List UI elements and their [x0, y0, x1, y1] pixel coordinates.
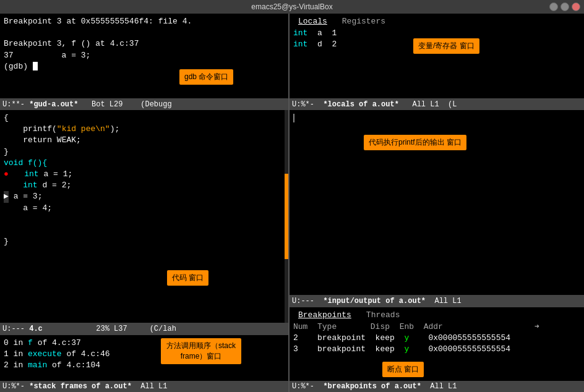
code-line-5: void f(){	[4, 158, 281, 169]
bp-tab-bar: Breakpoints Threads	[293, 310, 580, 320]
gdb-command-pane: Breakpoint 3 at 0x5555555546f4: file 4. …	[0, 14, 288, 99]
titlebar-title: emacs25@ys-VirtualBox	[251, 2, 332, 11]
statusbar-gdb-text: U:**- *gud-a.out* Bot L29 (Debugg	[2, 100, 172, 109]
statusbar-code: U:--- 4.c 23% L37 (C/lah	[0, 323, 288, 334]
maximize-button[interactable]	[560, 2, 569, 11]
code-line-12: }	[4, 236, 281, 247]
code-line-6: ● int a = 1;	[4, 169, 281, 180]
code-line-11	[4, 225, 281, 236]
code-line-1: {	[4, 113, 281, 124]
stack-line-1: 1 in execute of 4.c:46	[4, 349, 285, 360]
gdb-line-3: Breakpoint 3, f () at 4.c:37	[4, 38, 285, 49]
code-line-7: int d = 2;	[4, 180, 281, 191]
statusbar-code-text: U:--- 4.c 23% L37 (C/lah	[2, 325, 181, 333]
code-line-2: printf("kid pee\n");	[4, 124, 281, 135]
gdb-prompt[interactable]: (gdb)	[4, 61, 285, 72]
code-pane: { printf("kid pee\n"); return WEAK; } vo…	[0, 110, 288, 323]
annotation-output: 代码执行printf后的输出 窗口	[364, 135, 466, 150]
tab-registers[interactable]: Registers	[337, 16, 390, 27]
gdb-line-1: Breakpoint 3 at 0x5555555546f4: file 4.	[4, 16, 285, 27]
code-line-3: return WEAK;	[4, 135, 281, 146]
statusbar-bp-text: U:%*- *breakpoints of a.out* All L1	[292, 382, 457, 391]
close-button[interactable]	[572, 2, 580, 11]
output-cursor	[293, 114, 294, 122]
tab-threads[interactable]: Threads	[361, 310, 405, 320]
annotation-locals: 变量/寄存器 窗口	[413, 38, 479, 54]
annotation-breakpoints: 断点 窗口	[382, 362, 424, 377]
right-column: Locals Registers int a 1 int d 2 变量/寄存器 …	[290, 14, 584, 392]
breakpoints-pane: Breakpoints Threads Num Type Disp Enb Ad…	[290, 307, 584, 381]
gdb-line-2	[4, 27, 285, 38]
tab-locals[interactable]: Locals	[293, 16, 332, 27]
locals-line-1: int a 1	[293, 28, 580, 39]
left-column: Breakpoint 3 at 0x5555555546f4: file 4. …	[0, 14, 290, 392]
bp-row-1: 2 breakpoint keep y 0x000055555555554	[293, 333, 580, 344]
window-controls[interactable]	[549, 2, 580, 11]
bp-header: Num Type Disp Enb Addr ➜	[293, 322, 580, 333]
statusbar-output: U:--- *input/output of a.out* All L1	[290, 296, 584, 307]
gdb-line-4: 37 a = 3;	[4, 50, 285, 61]
bp-row-2: 3 breakpoint keep y 0x000055555555554	[293, 344, 580, 355]
statusbar-output-text: U:--- *input/output of a.out* All L1	[292, 297, 462, 305]
code-line-9: a = 4;	[4, 203, 281, 214]
statusbar-stack-text: U:%*- *stack frames of a.out* All L1	[2, 382, 167, 391]
scrollbar[interactable]	[285, 110, 288, 323]
locals-pane: Locals Registers int a 1 int d 2 变量/寄存器 …	[290, 14, 584, 99]
output-pane: 代码执行printf后的输出 窗口	[290, 110, 584, 296]
code-line-10	[4, 214, 281, 225]
annotation-stack: 方法调用顺序（stack frame）窗口	[161, 338, 241, 364]
stack-line-0: 0 in f of 4.c:37	[4, 338, 285, 349]
statusbar-gdb: U:**- *gud-a.out* Bot L29 (Debugg	[0, 99, 288, 110]
statusbar-stack: U:%*- *stack frames of a.out* All L1	[0, 381, 288, 392]
stack-line-2: 2 in main of 4.c:104	[4, 360, 285, 371]
scrollbar-thumb[interactable]	[285, 174, 288, 259]
annotation-code: 代码 窗口	[167, 270, 208, 286]
statusbar-locals: U:%*- *locals of a.out* All L1 (L	[290, 99, 584, 110]
statusbar-locals-text: U:%*- *locals of a.out* All L1 (L	[292, 100, 457, 109]
statusbar-breakpoints: U:%*- *breakpoints of a.out* All L1	[290, 381, 584, 392]
cursor	[33, 62, 38, 70]
tab-breakpoints[interactable]: Breakpoints	[293, 310, 356, 320]
code-line-4: }	[4, 147, 281, 158]
code-line-8: ▶ a = 3;	[4, 191, 281, 202]
annotation-gdb-cmd: gdb 命令窗口	[179, 69, 233, 85]
tab-bar-locals: Locals Registers	[293, 16, 580, 27]
main-container: Breakpoint 3 at 0x5555555546f4: file 4. …	[0, 14, 584, 392]
stack-pane: 0 in f of 4.c:37 1 in execute of 4.c:46 …	[0, 334, 288, 381]
minimize-button[interactable]	[549, 2, 558, 11]
titlebar: emacs25@ys-VirtualBox	[0, 0, 584, 14]
